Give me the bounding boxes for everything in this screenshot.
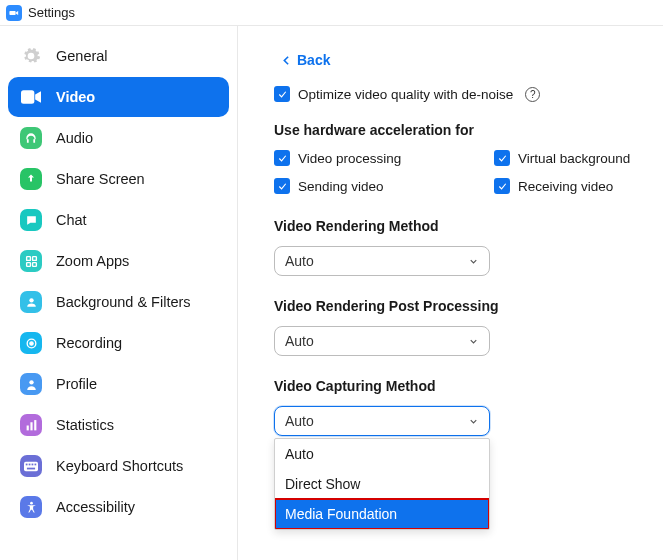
svg-rect-13 — [26, 463, 28, 465]
background-icon — [20, 291, 42, 313]
svg-point-7 — [29, 341, 32, 344]
post-processing-label: Video Rendering Post Processing — [274, 298, 647, 314]
chat-icon — [20, 209, 42, 231]
svg-rect-10 — [30, 422, 32, 430]
sidebar-item-profile[interactable]: Profile — [8, 364, 229, 404]
chevron-down-icon — [468, 416, 479, 427]
svg-rect-1 — [26, 256, 30, 260]
hw-label: Video processing — [298, 151, 401, 166]
dropdown-value: Auto — [285, 253, 314, 269]
statistics-icon — [20, 414, 42, 436]
hw-virtual-background-checkbox[interactable]: Virtual background — [494, 150, 647, 166]
sidebar-item-general[interactable]: General — [8, 36, 229, 76]
capturing-option-auto[interactable]: Auto — [275, 439, 489, 469]
sidebar-item-label: Share Screen — [56, 171, 145, 187]
post-processing-dropdown[interactable]: Auto — [274, 326, 490, 356]
sidebar-item-label: Recording — [56, 335, 122, 351]
zoom-app-icon — [6, 5, 22, 21]
sidebar-item-label: Chat — [56, 212, 87, 228]
capturing-dropdown[interactable]: Auto — [274, 406, 490, 436]
sidebar-item-recording[interactable]: Recording — [8, 323, 229, 363]
optimize-denoise-checkbox[interactable]: Optimize video quality with de-noise ? — [274, 86, 647, 102]
render-method-dropdown[interactable]: Auto — [274, 246, 490, 276]
sidebar-item-label: General — [56, 48, 108, 64]
hw-receiving-video-checkbox[interactable]: Receiving video — [494, 178, 647, 194]
svg-rect-2 — [32, 256, 36, 260]
sidebar-item-chat[interactable]: Chat — [8, 200, 229, 240]
main-panel: Back Optimize video quality with de-nois… — [238, 26, 663, 560]
headphones-icon — [20, 127, 42, 149]
capturing-label: Video Capturing Method — [274, 378, 647, 394]
dropdown-value: Auto — [285, 413, 314, 429]
help-icon[interactable]: ? — [525, 87, 540, 102]
titlebar: Settings — [0, 0, 663, 26]
sidebar-item-zoom-apps[interactable]: Zoom Apps — [8, 241, 229, 281]
checkbox-checked-icon — [494, 150, 510, 166]
gear-icon — [20, 45, 42, 67]
sidebar-item-background-filters[interactable]: Background & Filters — [8, 282, 229, 322]
share-screen-icon — [20, 168, 42, 190]
sidebar-item-label: Keyboard Shortcuts — [56, 458, 183, 474]
hw-video-processing-checkbox[interactable]: Video processing — [274, 150, 494, 166]
chevron-down-icon — [468, 336, 479, 347]
hw-label: Sending video — [298, 179, 384, 194]
video-icon — [20, 86, 42, 108]
svg-rect-3 — [26, 262, 30, 266]
sidebar-item-label: Audio — [56, 130, 93, 146]
svg-rect-16 — [35, 463, 37, 465]
sidebar-item-label: Statistics — [56, 417, 114, 433]
svg-rect-12 — [24, 461, 38, 470]
checkbox-checked-icon — [274, 178, 290, 194]
sidebar-item-share-screen[interactable]: Share Screen — [8, 159, 229, 199]
back-button[interactable]: Back — [280, 52, 647, 68]
capturing-option-media-foundation[interactable]: Media Foundation — [275, 499, 489, 529]
optimize-label: Optimize video quality with de-noise — [298, 87, 513, 102]
sidebar-item-label: Background & Filters — [56, 294, 191, 310]
accessibility-icon — [20, 496, 42, 518]
svg-point-8 — [29, 380, 33, 384]
capturing-dropdown-menu: Auto Direct Show Media Foundation — [274, 438, 490, 530]
hw-sending-video-checkbox[interactable]: Sending video — [274, 178, 494, 194]
sidebar-item-label: Video — [56, 89, 95, 105]
back-label: Back — [297, 52, 330, 68]
sidebar: General Video Audio Share Screen Chat — [0, 26, 238, 560]
sidebar-item-statistics[interactable]: Statistics — [8, 405, 229, 445]
svg-rect-11 — [34, 420, 36, 430]
checkbox-checked-icon — [494, 178, 510, 194]
profile-icon — [20, 373, 42, 395]
window-title: Settings — [28, 5, 75, 20]
svg-rect-0 — [21, 90, 34, 103]
render-method-label: Video Rendering Method — [274, 218, 647, 234]
sidebar-item-video[interactable]: Video — [8, 77, 229, 117]
hw-section-label: Use hardware acceleration for — [274, 122, 647, 138]
svg-point-5 — [29, 298, 33, 302]
capturing-option-direct-show[interactable]: Direct Show — [275, 469, 489, 499]
sidebar-item-audio[interactable]: Audio — [8, 118, 229, 158]
svg-point-18 — [30, 501, 33, 504]
apps-icon — [20, 250, 42, 272]
checkbox-checked-icon — [274, 86, 290, 102]
svg-rect-9 — [26, 425, 28, 430]
dropdown-value: Auto — [285, 333, 314, 349]
sidebar-item-accessibility[interactable]: Accessibility — [8, 487, 229, 527]
svg-rect-15 — [32, 463, 34, 465]
checkbox-checked-icon — [274, 150, 290, 166]
keyboard-icon — [20, 455, 42, 477]
chevron-down-icon — [468, 256, 479, 267]
svg-rect-4 — [32, 262, 36, 266]
svg-rect-14 — [29, 463, 31, 465]
sidebar-item-label: Zoom Apps — [56, 253, 129, 269]
sidebar-item-label: Profile — [56, 376, 97, 392]
hw-label: Virtual background — [518, 151, 630, 166]
sidebar-item-label: Accessibility — [56, 499, 135, 515]
hw-label: Receiving video — [518, 179, 613, 194]
recording-icon — [20, 332, 42, 354]
svg-rect-17 — [27, 467, 35, 469]
sidebar-item-keyboard-shortcuts[interactable]: Keyboard Shortcuts — [8, 446, 229, 486]
